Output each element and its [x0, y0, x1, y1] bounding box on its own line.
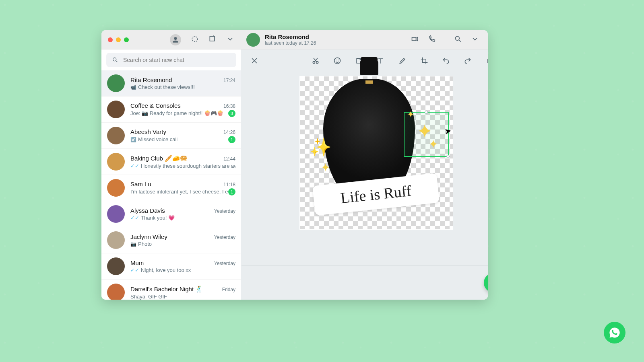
search-bar[interactable]: [106, 53, 236, 67]
sparkle-icon: ✦: [321, 161, 330, 174]
chat-preview: 📹Check out these views!!!: [130, 84, 195, 90]
chat-avatar: [107, 101, 125, 118]
emoji-tool-icon[interactable]: [332, 55, 343, 66]
chat-preview: Shaya: GIF GIF: [130, 294, 167, 300]
chevron-down-icon[interactable]: [471, 35, 479, 45]
chat-time: 14:26: [223, 130, 235, 135]
chat-preview: ✓✓Thank you! 💗: [130, 215, 175, 221]
sparkle-icon: ✦: [429, 138, 438, 151]
sparkle-icon: ✨: [310, 137, 332, 158]
chat-preview: 📷Photo: [130, 241, 152, 247]
video-call-icon[interactable]: [411, 35, 419, 45]
chat-avatar: [107, 284, 125, 300]
chat-row[interactable]: Darrell's Bachelor Night 🕺FridayShaya: G…: [101, 280, 241, 300]
cut-tool-icon[interactable]: [310, 55, 321, 66]
done-button[interactable]: Done: [485, 56, 488, 66]
person-icon: [171, 36, 180, 44]
read-ticks-icon: ✓✓: [130, 163, 139, 169]
resize-handle[interactable]: [425, 111, 428, 114]
chat-preview: ✓✓Night, love you too xx: [130, 267, 191, 273]
selection-box[interactable]: ✦ ✦ ✦: [404, 112, 449, 157]
chat-row[interactable]: Abeesh Varty14:26↙️Missed voice call1: [101, 123, 241, 149]
chat-avatar: [107, 205, 125, 223]
chat-time: 17:24: [223, 78, 235, 83]
contact-name: Rita Rosemond: [265, 33, 316, 40]
chat-preview: ✓✓Honestly these sourdough starters are …: [130, 163, 235, 169]
svg-point-1: [455, 36, 459, 40]
cursor-icon: ➤: [444, 126, 452, 137]
footer-divider: [242, 265, 488, 266]
conversation-actions: [411, 35, 488, 45]
chat-row[interactable]: Sam Lu11:18I'm lactose intolerant yet, I…: [101, 175, 241, 201]
close-window-button[interactable]: [108, 37, 113, 42]
close-editor-button[interactable]: [249, 55, 260, 66]
chat-list: Rita Rosemond17:24📹Check out these views…: [101, 70, 241, 300]
search-icon[interactable]: [454, 35, 462, 45]
sticker-editor: Done ✨ ✦ ✦ ✦ ✦ ➤ Life is Ruff: [242, 49, 488, 300]
chat-preview: Joe: 📷 Ready for game night!! 🍿🎮🍿: [130, 110, 223, 116]
chat-name: Rita Rosemond: [130, 76, 172, 83]
chat-time: Yesterday: [214, 208, 235, 214]
chat-avatar: [107, 74, 125, 92]
chat-name: Jaclynn Wiley: [130, 233, 167, 240]
undo-icon[interactable]: [440, 55, 452, 66]
resize-handle[interactable]: [446, 155, 450, 158]
svg-point-5: [334, 58, 341, 64]
crop-tool-icon[interactable]: [419, 55, 430, 66]
chat-row[interactable]: Rita Rosemond17:24📹Check out these views…: [101, 70, 241, 97]
message-type-icon: ↙️: [130, 137, 136, 142]
whatsapp-logo: [604, 322, 625, 343]
chat-time: Yesterday: [214, 261, 235, 266]
sticker-canvas[interactable]: ✨ ✦ ✦ ✦ ✦ ➤ Life is Ruff: [299, 76, 453, 230]
chat-row[interactable]: Alyssa DavisYesterday✓✓Thank you! 💗: [101, 201, 241, 227]
chat-row[interactable]: Baking Club 🥖🧀🥯12:44✓✓Honestly these sou…: [101, 149, 241, 175]
chat-name: Alyssa Davis: [130, 207, 165, 214]
chat-name: Darrell's Bachelor Night 🕺: [130, 286, 203, 293]
chat-avatar: [107, 127, 125, 144]
chat-time: Friday: [222, 287, 235, 292]
chat-time: 11:18: [223, 182, 235, 187]
conversation-header[interactable]: Rita Rosemond last seen today at 17:26: [246, 33, 411, 47]
draw-tool-icon[interactable]: [397, 55, 408, 66]
sidebar-header-icons: [170, 34, 234, 45]
new-chat-icon[interactable]: [208, 35, 217, 45]
chat-avatar: [107, 153, 125, 171]
chat-name: Coffee & Consoles: [130, 102, 181, 109]
chevron-down-icon[interactable]: [226, 35, 234, 45]
chat-avatar: [107, 179, 125, 197]
contact-avatar: [246, 33, 260, 47]
send-button[interactable]: [484, 273, 488, 292]
sparkle-icon: ✦: [407, 109, 414, 120]
chat-row[interactable]: MumYesterday✓✓Night, love you too xx: [101, 253, 241, 280]
unread-badge: 1: [228, 136, 235, 143]
chat-name: Baking Club 🥖🧀🥯: [130, 155, 188, 162]
chat-name: Abeesh Varty: [130, 128, 166, 135]
status-icon[interactable]: [191, 35, 199, 45]
voice-call-icon[interactable]: [428, 35, 436, 45]
sticker-text-label[interactable]: Life is Ruff: [312, 173, 440, 216]
redo-icon[interactable]: [462, 55, 473, 66]
contact-status: last seen today at 17:26: [265, 40, 316, 46]
chat-sidebar: Rita Rosemond17:24📹Check out these views…: [101, 49, 242, 300]
svg-point-0: [192, 36, 197, 41]
divider: [445, 35, 445, 44]
titlebar: Rita Rosemond last seen today at 17:26: [101, 30, 488, 49]
chat-time: 12:44: [223, 156, 235, 162]
search-input[interactable]: [123, 57, 231, 63]
chat-name: Sam Lu: [130, 181, 151, 187]
svg-point-7: [338, 60, 339, 61]
message-type-icon: 📹: [130, 84, 136, 90]
svg-point-2: [113, 58, 116, 61]
chat-row[interactable]: Jaclynn WileyYesterday📷Photo: [101, 227, 241, 253]
read-ticks-icon: ✓✓: [130, 215, 139, 221]
chat-avatar: [107, 257, 125, 275]
chat-row[interactable]: Coffee & Consoles16:38Joe: 📷 Ready for g…: [101, 97, 241, 123]
maximize-window-button[interactable]: [124, 37, 129, 42]
unread-badge: 3: [228, 110, 235, 117]
svg-point-6: [336, 60, 337, 61]
app-window: Rita Rosemond last seen today at 17:26 R…: [101, 30, 488, 300]
message-type-icon: 📷: [130, 241, 136, 247]
read-ticks-icon: ✓✓: [130, 267, 139, 273]
profile-avatar[interactable]: [170, 34, 181, 45]
minimize-window-button[interactable]: [116, 37, 121, 42]
